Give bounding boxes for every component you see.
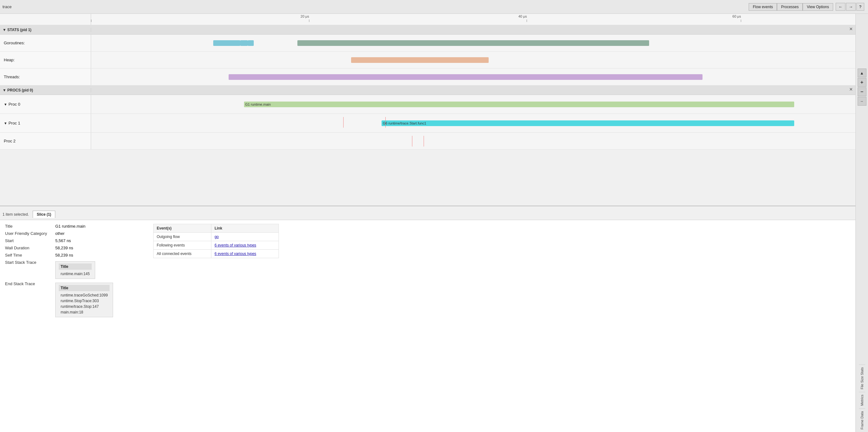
ruler-label: 0 μs — [91, 15, 91, 18]
timeline-bar[interactable] — [240, 40, 248, 46]
start-stack-entry-0: runtime.main:145 — [59, 271, 92, 277]
frame-data-tab[interactable]: Frame Data — [859, 408, 865, 432]
ruler-mark: 0 μs — [91, 14, 91, 22]
timeline-bar[interactable] — [213, 40, 240, 46]
user-friendly-label: User Friendly Category — [5, 231, 55, 236]
proc1-timeline[interactable]: G6 runtime/trace.Start.func1 — [91, 114, 856, 133]
end-stack-entry-3: main.main:18 — [59, 309, 110, 315]
threads-timeline[interactable] — [91, 68, 856, 85]
start-stack-box: Title runtime.main:145 — [55, 260, 95, 279]
timeline-bar[interactable]: G1 runtime.main — [244, 102, 794, 107]
proc0-timeline[interactable]: G1 runtime.main — [91, 95, 856, 114]
ruler-label: 20 μs — [301, 15, 309, 18]
proc2-timeline[interactable] — [91, 133, 856, 149]
end-stack-header: Title — [59, 285, 110, 291]
title-row: Title G1 runtime.main — [5, 224, 143, 229]
end-stack-trace: Title runtime.traceGoSched:1099 runtime.… — [55, 283, 113, 317]
vertical-tick — [424, 136, 424, 146]
bottom-content: Title G1 runtime.main User Friendly Cate… — [0, 220, 856, 323]
start-row: Start 5,567 ns — [5, 238, 143, 243]
ruler-label: 60 μs — [732, 15, 741, 18]
heap-row: Heap: — [0, 52, 856, 68]
start-stack-header: Title — [59, 263, 92, 270]
all-connected-event: All connected events — [154, 250, 211, 258]
timeline-bar[interactable] — [351, 57, 489, 63]
events-col-header: Event(s) — [154, 224, 211, 233]
self-time-label: Self Time — [5, 253, 55, 258]
wall-duration-row: Wall Duration 58,239 ns — [5, 246, 143, 250]
zoom-out-button[interactable]: − — [858, 87, 866, 96]
goroutines-timeline[interactable] — [91, 35, 856, 51]
goroutines-row: Goroutines: — [0, 35, 856, 52]
ruler-line — [309, 20, 309, 22]
outgoing-flow-link[interactable]: go — [211, 233, 279, 241]
ruler-label: 40 μs — [519, 15, 527, 18]
stats-section-label: ▼ STATS (pid 1) — [0, 28, 91, 32]
events-table: Event(s) Link Outgoing flow go Following… — [153, 224, 279, 258]
timeline-ruler: 0 μs20 μs40 μs60 μs — [91, 14, 856, 25]
proc2-label: Proc 2 — [0, 133, 91, 149]
start-stack-label: Start Stack Trace — [5, 260, 55, 265]
threads-row: Threads: — [0, 68, 856, 86]
all-connected-link[interactable]: 6 events of various types — [211, 250, 279, 258]
nav-help-button[interactable]: ? — [857, 3, 864, 11]
zoom-fit-button[interactable]: ↔ — [858, 97, 866, 106]
end-stack-entry-0: runtime.traceGoSched:1099 — [59, 292, 110, 298]
ruler-mark: 20 μs — [309, 14, 309, 22]
proc0-row: ▼ Proc 0 G1 runtime.main — [0, 95, 856, 114]
procs-section-header[interactable]: ▼ PROCS (pid 0) ✕ — [0, 86, 856, 95]
toolbar-buttons: Flow events Processes View Options — [749, 3, 833, 11]
following-events-event: Following events — [154, 241, 211, 250]
outgoing-flow-event: Outgoing flow — [154, 233, 211, 241]
ruler-line — [91, 20, 91, 22]
wall-duration-label: Wall Duration — [5, 246, 55, 250]
vertical-tick — [343, 117, 344, 128]
link-col-header: Link — [211, 224, 279, 233]
nav-left-button[interactable]: ← — [836, 3, 845, 11]
threads-label: Threads: — [0, 68, 91, 85]
stats-close-button[interactable]: ✕ — [849, 27, 853, 31]
timeline-header: 0 μs20 μs40 μs60 μs — [0, 14, 856, 25]
heap-timeline[interactable] — [91, 52, 856, 68]
timeline-bar[interactable] — [248, 40, 254, 46]
user-friendly-row: User Friendly Category other — [5, 231, 143, 236]
following-events-row: Following events 6 events of various typ… — [154, 241, 279, 250]
cursor-button[interactable]: ▲ — [858, 68, 866, 77]
zoom-in-button[interactable]: + — [858, 78, 866, 87]
end-stack-entry-2: runtime/trace.Stop:147 — [59, 304, 110, 309]
view-options-button[interactable]: View Options — [803, 3, 833, 11]
timeline-bar[interactable] — [228, 74, 703, 80]
start-stack-row: Start Stack Trace Title runtime.main:145 — [5, 260, 143, 279]
stats-section-header[interactable]: ▼ STATS (pid 1) ✕ — [0, 25, 856, 35]
heap-label: Heap: — [0, 52, 91, 68]
proc0-label: ▼ Proc 0 — [0, 95, 91, 114]
procs-close-button[interactable]: ✕ — [849, 87, 853, 91]
bottom-panel: 1 item selected. Slice (1) Title G1 runt… — [0, 206, 856, 432]
outgoing-flow-row: Outgoing flow go — [154, 233, 279, 241]
proc1-label: ▼ Proc 1 — [0, 114, 91, 133]
bottom-panel-tabs: 1 item selected. Slice (1) — [0, 206, 856, 220]
bar-label: G6 runtime/trace.Start.func1 — [381, 121, 426, 125]
slice-tab-button[interactable]: Slice (1) — [33, 211, 55, 218]
flow-events-button[interactable]: Flow events — [749, 3, 777, 11]
metrics-tab[interactable]: Metrics — [859, 392, 865, 408]
processes-button[interactable]: Processes — [777, 3, 803, 11]
procs-section-label: ▼ PROCS (pid 0) — [0, 88, 91, 92]
following-events-link[interactable]: 6 events of various types — [211, 241, 279, 250]
proc2-row: Proc 2 — [0, 133, 856, 150]
toolbar: trace Flow events Processes View Options… — [0, 0, 868, 14]
nav-right-button[interactable]: → — [846, 3, 856, 11]
start-stack-trace: Title runtime.main:145 — [55, 261, 95, 279]
file-size-stats-tab[interactable]: File Size Stats — [859, 365, 865, 392]
timeline-bar[interactable]: G6 runtime/trace.Start.func1 — [381, 120, 794, 126]
user-friendly-value: other — [55, 231, 65, 236]
self-time-row: Self Time 58,239 ns — [5, 253, 143, 258]
ruler-line — [527, 20, 527, 22]
app-title: trace — [2, 4, 11, 9]
timeline-bar[interactable] — [298, 40, 649, 46]
self-time-value: 58,239 ns — [55, 253, 73, 258]
selection-info: 1 item selected. — [2, 212, 29, 217]
start-value: 5,567 ns — [55, 238, 71, 243]
start-label: Start — [5, 238, 55, 243]
toolbar-nav: ← → ? — [836, 3, 864, 11]
